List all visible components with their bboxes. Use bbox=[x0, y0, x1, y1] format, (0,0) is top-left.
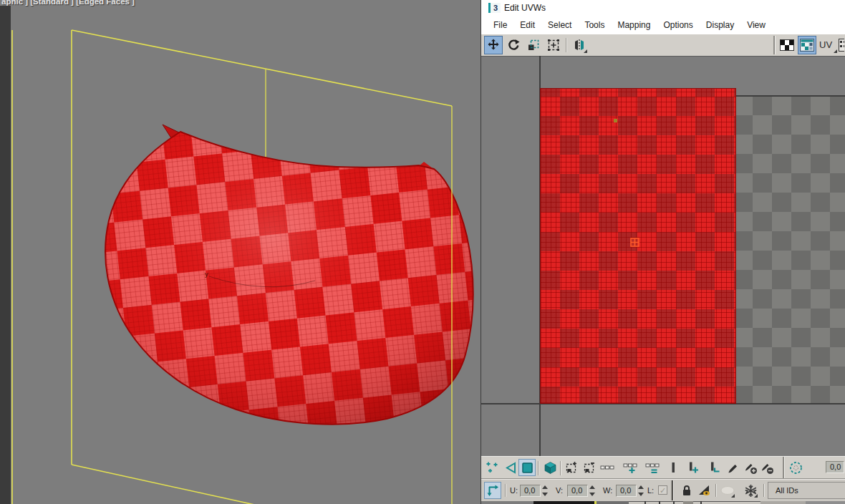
paint-brush-icon bbox=[727, 461, 740, 474]
paint-brush-add-icon bbox=[744, 461, 758, 475]
lock-aspect-checkbox[interactable]: ✓ bbox=[658, 485, 667, 495]
u-spinner[interactable] bbox=[541, 485, 549, 497]
edge-icon bbox=[504, 461, 517, 474]
paint-select-button[interactable] bbox=[725, 459, 742, 476]
mirror-tool-button[interactable] bbox=[570, 36, 589, 54]
uv-canvas[interactable] bbox=[481, 56, 845, 456]
u-label: U: bbox=[510, 486, 518, 495]
viewport-3d[interactable]: y aphic ] [Standard ] [Edged Faces ] bbox=[0, 0, 481, 504]
selection-center-marker-icon[interactable] bbox=[630, 238, 640, 248]
edit-uvws-window: 3 Edit UVWs File Edit Select Tools Mappi… bbox=[481, 0, 845, 504]
grow-loop-button[interactable] bbox=[622, 459, 639, 476]
select-loop-button[interactable] bbox=[599, 459, 616, 476]
background-strip-mid bbox=[760, 501, 806, 504]
freeform-mode-button[interactable] bbox=[544, 36, 563, 54]
stray-vertex-mark bbox=[614, 119, 617, 122]
tick bbox=[700, 501, 702, 504]
v-label: V: bbox=[556, 486, 563, 495]
subbar-separator bbox=[538, 461, 539, 475]
u-value-field[interactable]: 0,0 bbox=[520, 485, 541, 497]
move-tool-button[interactable] bbox=[484, 36, 503, 54]
shrink-ring-icon bbox=[708, 461, 720, 474]
show-map-button[interactable] bbox=[798, 36, 816, 54]
freeform-icon bbox=[547, 39, 560, 52]
canvas-top-edge bbox=[481, 56, 845, 57]
grow-ring-button[interactable] bbox=[684, 459, 701, 476]
select-ring-button[interactable] bbox=[665, 459, 682, 476]
lock-selection-button[interactable] bbox=[678, 482, 695, 499]
v-spinner[interactable] bbox=[589, 485, 596, 497]
menu-mapping[interactable]: Mapping bbox=[611, 18, 657, 32]
paint-select-add-button[interactable] bbox=[742, 459, 759, 476]
window-titlebar[interactable]: 3 Edit UVWs bbox=[481, 0, 845, 16]
mesh-object bbox=[105, 132, 473, 425]
v-value-field[interactable]: 0,0 bbox=[567, 485, 588, 497]
subobject-toolbar: 0,0 bbox=[481, 456, 845, 478]
menu-edit[interactable]: Edit bbox=[513, 18, 541, 32]
select-ring-icon bbox=[667, 461, 680, 474]
menu-tools[interactable]: Tools bbox=[578, 18, 611, 32]
material-id-dropdown[interactable]: All IDs bbox=[768, 482, 845, 499]
menu-view[interactable]: View bbox=[740, 18, 772, 32]
absolute-typein-button[interactable] bbox=[484, 482, 501, 499]
paint-select-subtract-button[interactable] bbox=[758, 459, 776, 476]
shrink-selection-button[interactable] bbox=[581, 459, 598, 476]
axis-hint-y: y bbox=[205, 271, 208, 278]
flyout-arrow-icon bbox=[731, 494, 735, 498]
tick-box bbox=[683, 501, 693, 504]
shrink-loop-icon bbox=[645, 461, 660, 475]
rotate-icon bbox=[507, 39, 520, 52]
scale-tool-button[interactable] bbox=[524, 36, 543, 54]
uv-flyout-arrow-icon bbox=[834, 49, 837, 53]
background-strip-light bbox=[629, 501, 760, 504]
menu-options[interactable]: Options bbox=[657, 18, 699, 32]
tick bbox=[659, 501, 660, 504]
edge-mode-button[interactable] bbox=[502, 459, 519, 476]
element-mode-button[interactable] bbox=[541, 459, 559, 476]
grow-selection-button[interactable] bbox=[563, 459, 580, 476]
falloff-value-field[interactable]: 0,0 bbox=[826, 461, 844, 473]
soft-selection-button[interactable] bbox=[787, 459, 804, 476]
viewport-scene: y bbox=[0, 0, 481, 504]
soft-selection-icon bbox=[789, 461, 803, 475]
filter-selected-faces-button[interactable] bbox=[695, 482, 713, 499]
filter-faces-icon bbox=[697, 484, 711, 497]
uv-space-selector[interactable]: UV bbox=[819, 39, 832, 50]
checker-pattern-button[interactable] bbox=[778, 36, 796, 54]
shrink-loop-button[interactable] bbox=[644, 459, 661, 476]
element-cube-icon bbox=[544, 461, 557, 475]
shrink-ring-button[interactable] bbox=[705, 459, 723, 476]
lock-aspect-label: L: bbox=[647, 486, 654, 495]
w-spinner[interactable] bbox=[637, 485, 644, 497]
subbar-separator bbox=[560, 461, 561, 475]
vertex-icon bbox=[486, 461, 498, 474]
viewport-label[interactable]: aphic ] [Standard ] [Edged Faces ] bbox=[1, 0, 135, 6]
select-loop-icon bbox=[600, 461, 614, 474]
hide-selected-button[interactable] bbox=[719, 482, 736, 499]
paint-brush-subtract-icon bbox=[760, 461, 774, 475]
status-separator bbox=[763, 484, 764, 497]
grow-ring-icon bbox=[686, 461, 699, 474]
vertex-mode-button[interactable] bbox=[483, 459, 501, 476]
menu-select[interactable]: Select bbox=[541, 18, 578, 32]
toolbar-groove bbox=[773, 36, 775, 54]
window-title: Edit UVWs bbox=[504, 3, 546, 13]
clipped-toolbar-button[interactable] bbox=[838, 36, 845, 54]
flyout-arrow-icon bbox=[754, 494, 758, 498]
polygon-mode-button[interactable] bbox=[518, 459, 536, 476]
screen: y aphic ] [Standard ] [Edged Faces ] 3 E… bbox=[0, 0, 845, 504]
background-strip-end bbox=[806, 501, 845, 504]
rotate-tool-button[interactable] bbox=[504, 36, 523, 54]
typein-axes-icon bbox=[486, 484, 499, 497]
background-strip-dark bbox=[533, 501, 594, 504]
max-logo-icon: 3 bbox=[488, 3, 501, 13]
shrink-selection-icon bbox=[583, 461, 596, 474]
padlock-icon bbox=[680, 484, 693, 497]
polygon-icon bbox=[521, 461, 534, 475]
status-thick-separator bbox=[672, 480, 673, 500]
menu-display[interactable]: Display bbox=[700, 18, 740, 32]
w-value-field[interactable]: 0,0 bbox=[616, 485, 637, 497]
uvw-statusbar: U: 0,0 V: 0,0 W: 0,0 L: ✓ bbox=[481, 478, 845, 502]
freeze-selected-button[interactable] bbox=[742, 482, 759, 499]
menu-file[interactable]: File bbox=[487, 18, 513, 32]
